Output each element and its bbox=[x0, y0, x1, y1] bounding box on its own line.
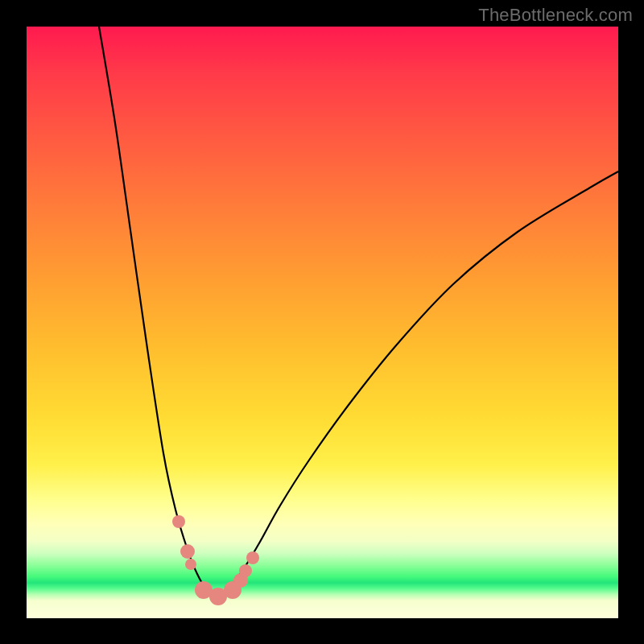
plot-area bbox=[27, 27, 618, 618]
watermark-text: TheBottleneck.com bbox=[478, 5, 633, 26]
trough-markers bbox=[172, 515, 259, 605]
trough-marker bbox=[239, 564, 252, 577]
trough-marker bbox=[246, 551, 259, 564]
trough-marker bbox=[172, 515, 185, 528]
curve-layer bbox=[27, 27, 618, 618]
trough-marker bbox=[180, 544, 195, 559]
chart-frame: TheBottleneck.com bbox=[0, 0, 644, 644]
trough-marker bbox=[185, 559, 196, 570]
bottleneck-curve bbox=[99, 27, 618, 597]
